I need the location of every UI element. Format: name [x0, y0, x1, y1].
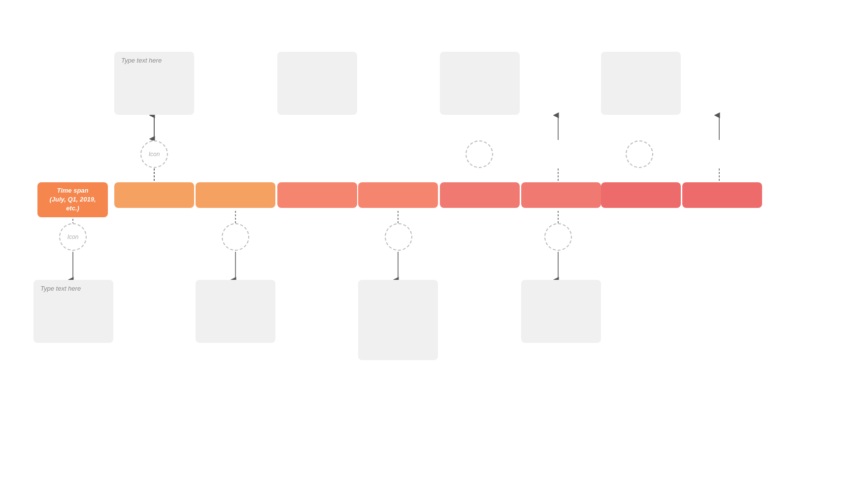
- textbox-col6-top[interactable]: [440, 52, 520, 115]
- diagram-container: Type text here Icon Time span (July, Q1,…: [0, 0, 867, 504]
- time-span-text: Time span (July, Q1, 2019, etc.): [49, 186, 96, 213]
- bar-col5: [440, 182, 520, 208]
- time-span-label: Time span (July, Q1, 2019, etc.): [37, 182, 108, 217]
- icon-circle-col1-top: Icon: [140, 140, 168, 168]
- textbox-col3-top[interactable]: [277, 52, 357, 115]
- textbox-col0-bottom[interactable]: Type text here: [33, 280, 113, 343]
- icon-circle-col4-bottom: [385, 223, 412, 251]
- icon-circle-col2-bottom: [222, 223, 249, 251]
- icon-circle-col0-bottom: Icon: [59, 223, 87, 251]
- bar-col8: [682, 182, 762, 208]
- textbox-col8-top[interactable]: [601, 52, 681, 115]
- textbox-col1-top[interactable]: Type text here: [114, 52, 194, 115]
- textbox-col2-bottom[interactable]: [196, 280, 275, 343]
- icon-label-col1: Icon: [149, 151, 160, 158]
- icon-circle-col6-bottom: [544, 223, 572, 251]
- icon-label-col0: Icon: [67, 234, 79, 240]
- textbox-col4-bottom[interactable]: [358, 280, 438, 360]
- bar-col6: [521, 182, 601, 208]
- bar-col1: [114, 182, 194, 208]
- bar-col2: [196, 182, 275, 208]
- bar-col4: [358, 182, 438, 208]
- textbox-col6-bottom[interactable]: [521, 280, 601, 343]
- bar-col3: [277, 182, 357, 208]
- bar-col7: [601, 182, 681, 208]
- icon-circle-col6-top: [466, 140, 493, 168]
- icon-circle-col8-top: [626, 140, 653, 168]
